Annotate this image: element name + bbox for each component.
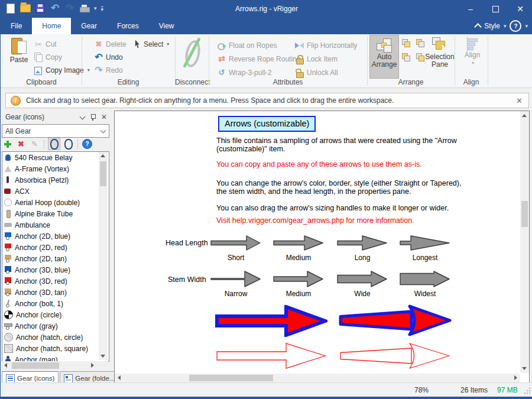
list-item[interactable]: Anchor (2D, tan) [2, 253, 109, 264]
variant-label[interactable]: Medium [273, 254, 324, 262]
undo-button[interactable]: ↶ Undo [94, 51, 123, 63]
tab-gear[interactable]: Gear [71, 18, 107, 34]
list-item[interactable]: Anchor (circle) [2, 309, 109, 320]
scroll-left-icon[interactable] [118, 375, 121, 380]
panel-close-icon[interactable]: ✕ [101, 113, 107, 121]
paste-button[interactable]: Paste [7, 35, 31, 77]
quick-redo-button[interactable]: ↷ [64, 2, 75, 14]
list-item[interactable]: Anchor (hatch, square) [2, 343, 109, 354]
canvas-paragraph[interactable]: Visit help.vrigger.com/gear_arrows.php f… [216, 217, 472, 225]
variant-label[interactable]: Longest [400, 254, 450, 262]
open-file-button[interactable] [20, 2, 31, 14]
close-button[interactable]: ✕ [508, 0, 532, 18]
selection-pane-button[interactable]: Selection Pane [425, 35, 455, 77]
print-dropdown-caret[interactable]: ▾ [94, 5, 97, 11]
gear-list-vscrollbar[interactable] [99, 152, 108, 360]
copy-button[interactable]: Copy [34, 51, 62, 63]
list-item[interactable]: 540 Rescue Belay [2, 152, 109, 163]
carabiner-view-button-2[interactable] [63, 138, 74, 150]
variant-label[interactable]: Wide [337, 290, 388, 298]
pin-icon[interactable] [90, 113, 95, 121]
canvas-paragraph[interactable]: You can also drag the arrow's sizing han… [216, 205, 472, 213]
customize-toolbar-button[interactable]: ▾ [101, 7, 104, 12]
panel-menu-icon[interactable] [79, 113, 85, 119]
scroll-right-icon[interactable] [91, 363, 94, 368]
stem-width-label[interactable]: Stem Width [168, 275, 206, 284]
save-button[interactable] [35, 2, 46, 14]
delete-button[interactable]: ✖ Delete [94, 38, 126, 50]
arrow-straight-filled[interactable] [215, 305, 327, 337]
list-item[interactable]: Anchor (2D, blue) [2, 231, 109, 242]
list-item[interactable]: ACX [2, 186, 109, 197]
variant-label[interactable]: Medium [273, 290, 324, 298]
gear-filter-dropdown[interactable]: All Gear [2, 124, 109, 138]
list-item[interactable]: Aerial Hoop (double) [2, 197, 109, 208]
flip-horizontally-button[interactable]: Flip Horizontally [295, 39, 357, 51]
gear-list-hscrollbar[interactable] [2, 361, 108, 370]
canvas-paragraph[interactable]: You can change the arrow's color, border… [216, 180, 472, 196]
workspace-canvas[interactable]: Arrows (customizable) This file contains… [114, 111, 530, 383]
help-icon[interactable]: ? [510, 20, 521, 32]
list-item[interactable]: Anchor (2D, red) [2, 242, 109, 253]
minimize-button[interactable]: – [458, 0, 483, 18]
variant-label[interactable]: Long [337, 254, 388, 262]
canvas-paragraph[interactable]: You can copy and paste any of these arro… [216, 161, 472, 169]
arrow-stem-widest[interactable] [400, 270, 450, 288]
list-item[interactable]: A-Frame (Vortex) [2, 163, 109, 174]
arrow-head-short[interactable] [210, 234, 261, 252]
arrow-head-longest[interactable] [400, 234, 450, 252]
scroll-thumb[interactable] [100, 161, 106, 186]
disconnect-button[interactable] [178, 35, 206, 77]
list-item[interactable]: Anchor (hatch, circle) [2, 332, 109, 343]
scroll-thumb[interactable] [12, 362, 59, 369]
scroll-up-icon[interactable] [522, 114, 527, 117]
list-item[interactable]: Anchor (3D, red) [2, 275, 109, 287]
scroll-left-icon[interactable] [4, 363, 7, 368]
lock-item-button[interactable]: Lock Item [295, 53, 338, 65]
variant-label[interactable]: Widest [400, 290, 450, 298]
tab-view[interactable]: View [149, 18, 184, 34]
canvas-hscrollbar[interactable] [115, 374, 520, 382]
gear-list[interactable]: 540 Rescue BelayA-Frame (Vortex)Absorbic… [2, 151, 109, 362]
arrow-stem-medium[interactable] [273, 270, 324, 288]
scroll-up-icon[interactable] [100, 154, 105, 157]
reverse-rope-routing-button[interactable]: ⇄ Reverse Rope Routing [217, 53, 300, 65]
tab-file[interactable]: File [1, 18, 32, 34]
list-item[interactable]: Alpine Brake Tube [2, 208, 109, 219]
unlock-all-button[interactable]: Unlock All [295, 66, 338, 79]
list-item[interactable]: Anchor (3D, blue) [2, 264, 109, 275]
gear-help-button[interactable]: ? [82, 138, 93, 150]
variant-label[interactable]: Short [210, 254, 261, 262]
print-button[interactable] [79, 2, 90, 14]
select-button[interactable]: Select ▾ [134, 38, 169, 50]
canvas-title-box[interactable]: Arrows (customizable) [218, 116, 316, 132]
arrow-tapered-outline[interactable] [338, 342, 452, 370]
head-length-label[interactable]: Head Length [166, 239, 208, 247]
arrow-stem-wide[interactable] [337, 270, 388, 288]
style-dropdown-caret[interactable]: ▾ [504, 23, 507, 29]
scroll-right-icon[interactable] [514, 375, 517, 380]
quick-undo-button[interactable]: ↶ [50, 2, 60, 14]
list-item[interactable]: Ambulance [2, 219, 109, 231]
scroll-thumb[interactable] [521, 201, 528, 227]
maximize-button[interactable] [483, 0, 508, 18]
delete-gear-button[interactable]: ✖ [15, 138, 27, 150]
arrow-head-medium[interactable] [273, 234, 324, 252]
resize-grip[interactable] [524, 388, 530, 394]
scroll-down-icon[interactable] [522, 367, 527, 370]
redo-button[interactable]: ↷ Redo [94, 64, 123, 76]
wrap-3-pull-2-button[interactable]: ↺ Wrap-3-pull-2 [217, 66, 271, 79]
list-item[interactable]: Anchor (gray) [2, 320, 109, 332]
list-item[interactable]: Anchor (3D, tan) [2, 287, 109, 298]
canvas-vscrollbar[interactable] [520, 111, 529, 373]
carabiner-view-button-1[interactable] [48, 138, 60, 150]
float-on-ropes-button[interactable]: Float on Ropes [217, 39, 277, 51]
new-file-button[interactable] [5, 2, 16, 14]
arrow-stem-narrow[interactable] [210, 270, 261, 288]
style-menu[interactable]: Style [484, 22, 500, 30]
tab-home[interactable]: Home [32, 18, 71, 34]
cut-button[interactable]: ✂ Cut [34, 38, 57, 50]
info-bar-close-icon[interactable]: ✕ [516, 96, 523, 105]
align-button[interactable]: Align ▾ [459, 35, 485, 77]
help-dropdown-caret[interactable]: ▾ [525, 23, 528, 29]
